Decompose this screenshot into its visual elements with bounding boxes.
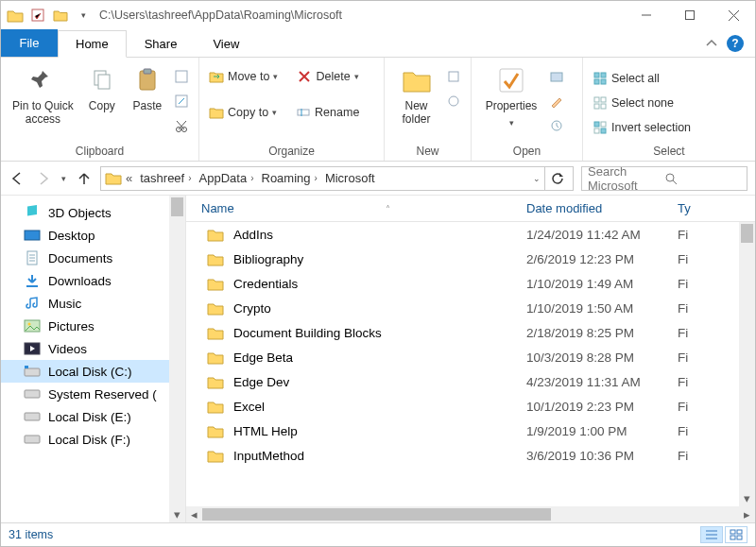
pin-to-quick-access-button[interactable]: Pin to Quick access <box>10 61 76 126</box>
cut-button[interactable] <box>174 114 189 137</box>
svg-rect-1 <box>686 11 695 20</box>
properties-qat-icon[interactable] <box>29 7 46 24</box>
breadcrumb-seg-4[interactable]: Microsoft <box>321 171 379 185</box>
nav-item[interactable]: Music <box>1 292 185 315</box>
scrollbar-thumb[interactable] <box>171 197 183 216</box>
address-bar[interactable]: « tashreef› AppData› Roaming› Microsoft … <box>100 166 574 191</box>
file-row[interactable]: Crypto1/10/2019 1:50 AMFi <box>186 296 755 320</box>
copy-button[interactable]: Copy <box>83 61 121 112</box>
scroll-down-icon[interactable]: ▾ <box>169 506 185 522</box>
address-dropdown-icon[interactable]: ⌄ <box>533 174 544 183</box>
search-box[interactable]: Search Microsoft <box>581 166 747 191</box>
file-row[interactable]: AddIns1/24/2019 11:42 AMFi <box>186 222 755 247</box>
select-none-icon <box>593 95 608 111</box>
maximize-button[interactable] <box>668 1 712 29</box>
file-row[interactable]: Bibliography2/6/2019 12:23 PMFi <box>186 247 755 271</box>
help-icon[interactable]: ? <box>727 35 744 52</box>
breadcrumb-overflow[interactable]: « <box>122 171 136 185</box>
copy-to-button[interactable]: Copy to▾ <box>209 101 277 124</box>
organize-group-label: Organize <box>199 145 384 161</box>
paste-button[interactable]: Paste <box>129 61 166 112</box>
delete-button[interactable]: Delete▾ <box>297 65 358 88</box>
nav-item[interactable]: Documents <box>1 247 185 269</box>
navigation-bar: ▾ « tashreef› AppData› Roaming› Microsof… <box>1 162 755 196</box>
collapse-ribbon-icon[interactable] <box>706 39 717 48</box>
file-row[interactable]: Document Building Blocks2/18/2019 8:25 P… <box>186 320 755 345</box>
nav-item-icon <box>24 386 41 402</box>
invert-selection-button[interactable]: Invert selection <box>593 116 691 139</box>
new-item-button[interactable] <box>446 65 461 88</box>
scroll-down-icon[interactable]: ▾ <box>739 490 755 506</box>
home-tab[interactable]: Home <box>58 30 127 58</box>
breadcrumb-seg-1[interactable]: tashreef› <box>136 171 195 185</box>
file-name: Excel <box>233 400 265 414</box>
folder-icon <box>207 277 224 291</box>
paste-shortcut-button[interactable] <box>174 90 189 112</box>
file-row[interactable]: Excel10/1/2019 2:23 PMFi <box>186 394 755 419</box>
nav-item-icon <box>24 250 41 265</box>
scroll-right-icon[interactable]: ▸ <box>739 507 755 521</box>
close-button[interactable] <box>712 1 755 29</box>
cut-icon <box>174 118 189 133</box>
select-none-button[interactable]: Select none <box>593 92 691 114</box>
file-row[interactable]: Credentials1/10/2019 1:49 AMFi <box>186 271 755 296</box>
column-name[interactable]: Name˄ <box>186 201 526 215</box>
view-tab[interactable]: View <box>195 29 257 57</box>
file-row[interactable]: Edge Beta10/3/2019 8:28 PMFi <box>186 345 755 369</box>
folder-icon <box>207 326 224 340</box>
svg-point-28 <box>666 174 674 181</box>
icons-view-button[interactable] <box>725 526 747 543</box>
qat-dropdown-icon[interactable]: ▾ <box>75 7 92 24</box>
back-button[interactable] <box>9 170 26 187</box>
scroll-left-icon[interactable]: ◂ <box>186 507 202 521</box>
open-button[interactable] <box>549 65 564 88</box>
svg-rect-40 <box>737 530 742 534</box>
easy-access-icon <box>446 94 461 109</box>
folder-icon <box>207 350 224 365</box>
nav-item[interactable]: Local Disk (C:) <box>1 360 185 383</box>
column-date[interactable]: Date modified <box>526 201 678 215</box>
content-vscrollbar[interactable]: ▾ <box>739 222 755 506</box>
nav-item[interactable]: Local Disk (E:) <box>1 405 185 428</box>
refresh-button[interactable] <box>544 166 569 191</box>
easy-access-button[interactable] <box>446 90 461 112</box>
scrollbar-thumb[interactable] <box>202 508 551 521</box>
file-tab[interactable]: File <box>1 29 58 57</box>
nav-item[interactable]: System Reserved ( <box>1 383 185 405</box>
svg-rect-11 <box>449 72 458 81</box>
nav-item[interactable]: Pictures <box>1 315 185 337</box>
file-row[interactable]: HTML Help1/9/2019 1:00 PMFi <box>186 419 755 443</box>
minimize-button[interactable] <box>625 1 668 29</box>
nav-item[interactable]: Local Disk (F:) <box>1 428 185 451</box>
new-folder-qat-icon[interactable] <box>52 7 69 24</box>
forward-button[interactable] <box>35 170 52 187</box>
history-button[interactable] <box>549 114 564 137</box>
nav-item[interactable]: Downloads <box>1 269 185 292</box>
file-name: Crypto <box>233 301 271 316</box>
up-button[interactable] <box>76 170 93 187</box>
svg-rect-16 <box>594 73 599 77</box>
edit-button[interactable] <box>549 90 564 112</box>
select-all-button[interactable]: Select all <box>593 67 691 90</box>
file-row[interactable]: InputMethod3/6/2019 10:36 PMFi <box>186 443 755 468</box>
file-row[interactable]: Edge Dev4/23/2019 11:31 AMFi <box>186 369 755 394</box>
breadcrumb-seg-2[interactable]: AppData› <box>196 171 258 185</box>
nav-scrollbar[interactable]: ▾ <box>169 196 185 522</box>
column-type[interactable]: Ty <box>678 201 755 215</box>
rename-button[interactable]: Rename <box>296 101 359 124</box>
move-to-button[interactable]: Move to▾ <box>209 65 278 88</box>
details-view-button[interactable] <box>700 526 723 543</box>
copy-path-button[interactable] <box>174 65 189 88</box>
nav-item[interactable]: Desktop <box>1 224 185 247</box>
breadcrumb-seg-3[interactable]: Roaming› <box>258 171 321 185</box>
share-tab[interactable]: Share <box>127 29 196 57</box>
properties-button[interactable]: Properties ▾ <box>481 61 541 129</box>
nav-item[interactable]: 3D Objects <box>1 201 185 224</box>
navigation-pane: 3D ObjectsDesktopDocumentsDownloadsMusic… <box>1 196 186 522</box>
folder-icon <box>207 228 224 242</box>
history-dropdown-icon[interactable]: ▾ <box>61 174 66 183</box>
scrollbar-thumb[interactable] <box>741 224 753 243</box>
new-folder-button[interactable]: New folder <box>394 61 438 126</box>
content-hscrollbar[interactable]: ◂ ▸ <box>186 506 755 522</box>
nav-item[interactable]: Videos <box>1 337 185 360</box>
